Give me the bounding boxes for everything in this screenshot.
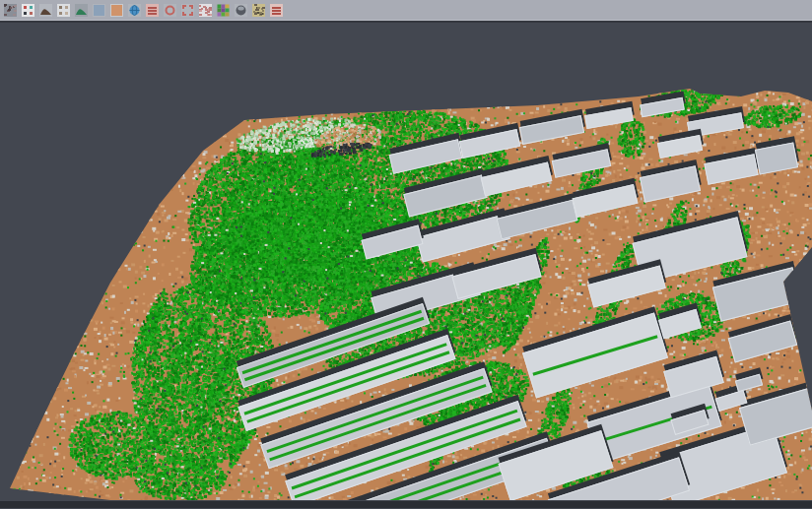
classified-view-icon	[217, 4, 230, 17]
orthophoto-icon	[110, 4, 123, 17]
terrain-dtm-icon	[39, 4, 52, 17]
zoom-extents-icon	[181, 4, 194, 17]
tool-render-sphere[interactable]	[233, 2, 249, 19]
tool-cross-section[interactable]	[250, 2, 267, 19]
sparse-points-icon	[57, 4, 70, 17]
tool-flatten-tool[interactable]	[268, 2, 285, 19]
tool-classified-view[interactable]	[215, 2, 232, 19]
render-sphere-icon	[235, 4, 247, 17]
open-project-icon	[4, 4, 17, 17]
tool-terrain-dtm[interactable]	[37, 2, 54, 19]
tool-target-center[interactable]	[162, 2, 178, 19]
tool-globe-view[interactable]	[126, 2, 143, 19]
side-panel-icon	[93, 4, 105, 17]
toolbar	[0, 0, 812, 21]
tool-surface-dsm[interactable]	[73, 2, 90, 19]
globe-view-icon	[128, 4, 141, 17]
tool-profile-tool[interactable]	[197, 2, 214, 19]
cross-section-icon	[252, 4, 265, 17]
flatten-tool-icon	[270, 4, 283, 17]
layer-list-icon	[146, 4, 159, 17]
surface-dsm-icon	[75, 4, 88, 17]
tool-sparse-points[interactable]	[55, 2, 72, 19]
classification-palette-icon	[22, 4, 34, 17]
tool-layer-list[interactable]	[144, 2, 161, 19]
target-center-icon	[164, 4, 176, 17]
tool-zoom-extents[interactable]	[179, 2, 196, 19]
tool-classification-palette[interactable]	[20, 2, 36, 19]
tool-open-project[interactable]	[2, 2, 19, 19]
point-cloud-scene[interactable]	[0, 23, 812, 508]
profile-tool-icon	[199, 4, 212, 17]
viewport-3d[interactable]	[0, 23, 812, 508]
tool-side-panel[interactable]	[91, 2, 107, 19]
tool-orthophoto[interactable]	[108, 2, 125, 19]
